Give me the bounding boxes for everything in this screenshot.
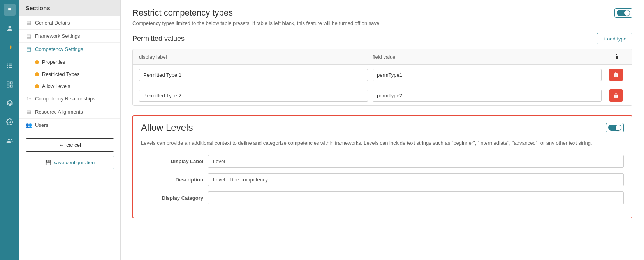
properties-dot: [35, 60, 39, 64]
sidebar-item-framework-settings[interactable]: ▤ Framework Settings: [19, 30, 120, 43]
sidebar-item-competency-relationships[interactable]: ⚇ Competency Relationships: [19, 92, 120, 105]
sidebar-item-label: Users: [35, 122, 48, 128]
save-icon: 💾: [45, 160, 51, 165]
svg-rect-4: [9, 65, 12, 66]
allow-levels-description: Levels can provide an additional context…: [141, 139, 624, 147]
svg-rect-1: [7, 64, 8, 65]
display-category-row: Display Category: [141, 191, 624, 204]
col-display-label: display label: [139, 54, 368, 60]
col-delete: 🗑: [606, 53, 626, 60]
cancel-arrow-icon: ←: [59, 142, 64, 148]
save-label: save configuration: [54, 160, 95, 165]
restricted-types-dot: [35, 72, 39, 76]
sidebar-item-resource-alignments[interactable]: ▤ Resource Alignments: [19, 105, 120, 119]
sidebar-buttons: ← cancel 💾 save configuration: [19, 132, 120, 176]
display-category-field[interactable]: [208, 191, 624, 204]
add-type-button[interactable]: + add type: [597, 33, 632, 44]
table-row: 🗑: [133, 85, 632, 105]
svg-point-14: [11, 139, 12, 140]
delete-all-icon[interactable]: 🗑: [606, 53, 626, 60]
svg-rect-10: [11, 85, 12, 87]
allow-levels-toggle[interactable]: [606, 123, 624, 132]
description-label: Description: [141, 177, 203, 183]
sidebar-item-label: Resource Alignments: [35, 109, 83, 115]
arrow-nav-icon[interactable]: [4, 41, 16, 53]
permitted-values-table: display label field value 🗑 🗑 🗑: [132, 49, 632, 106]
list-nav-icon[interactable]: [4, 60, 16, 72]
competency-settings-icon: ▤: [26, 46, 32, 52]
add-type-label: + add type: [603, 36, 626, 42]
user-nav-icon[interactable]: [4, 23, 16, 34]
table-header-row: display label field value 🗑: [133, 49, 632, 65]
save-configuration-button[interactable]: 💾 save configuration: [26, 156, 114, 169]
allow-levels-title: Allow Levels: [141, 122, 193, 133]
restrict-toggle-knob: [624, 10, 630, 16]
display-label-label: Display Label: [141, 158, 203, 164]
allow-levels-toggle-knob: [616, 125, 621, 130]
sidebar-item-users[interactable]: 👥 Users: [19, 119, 120, 132]
sidebar-sub-item-allow-levels[interactable]: Allow Levels: [29, 80, 120, 92]
framework-settings-icon: ▤: [26, 33, 32, 39]
table-row: 🗑: [133, 65, 632, 85]
permitted-values-title: Permitted values: [132, 35, 185, 43]
settings-nav-icon[interactable]: [4, 116, 16, 128]
svg-rect-5: [7, 67, 8, 68]
allow-levels-body: Levels can provide an additional context…: [133, 139, 632, 218]
allow-levels-section: Allow Levels Levels can provide an addit…: [132, 115, 632, 218]
allow-levels-toggle-inner: [608, 125, 621, 131]
nav-bar: ≡: [0, 0, 19, 260]
field-value-input-1[interactable]: [373, 69, 602, 81]
people-nav-icon[interactable]: [4, 135, 16, 146]
sidebar-header: Sections: [19, 0, 120, 16]
svg-rect-2: [9, 64, 12, 65]
grid-nav-icon[interactable]: [4, 79, 16, 90]
sidebar-sub-item-label: Properties: [42, 59, 65, 65]
display-label-input-2[interactable]: [139, 90, 368, 102]
restrict-toggle-inner: [617, 10, 630, 16]
field-value-input-2[interactable]: [373, 90, 602, 102]
display-label-field[interactable]: [208, 155, 624, 168]
sidebar-item-label: General Details: [35, 20, 70, 26]
general-details-icon: ▤: [26, 20, 32, 26]
sidebar-sub-item-label: Allow Levels: [42, 83, 70, 89]
svg-rect-7: [7, 82, 9, 84]
svg-rect-6: [9, 67, 12, 68]
display-category-label: Display Category: [141, 195, 203, 201]
competency-relationships-icon: ⚇: [26, 96, 32, 102]
sidebar-sub-item-label: Restricted Types: [42, 71, 80, 77]
menu-nav-icon[interactable]: ≡: [4, 4, 16, 16]
sidebar-sub-items: Properties Restricted Types Allow Levels: [19, 56, 120, 92]
delete-row-1-button[interactable]: 🗑: [609, 69, 623, 81]
restrict-types-toggle[interactable]: [614, 8, 632, 18]
description-field[interactable]: [208, 173, 624, 186]
cancel-button[interactable]: ← cancel: [26, 138, 114, 152]
display-label-row: Display Label: [141, 155, 624, 168]
description-row: Description: [141, 173, 624, 186]
svg-rect-3: [7, 65, 8, 66]
svg-point-0: [9, 26, 11, 28]
allow-levels-dot: [35, 84, 39, 88]
sidebar-item-general-details[interactable]: ▤ General Details: [19, 16, 120, 30]
allow-levels-header: Allow Levels: [133, 116, 632, 139]
display-label-input-1[interactable]: [139, 69, 368, 81]
sidebar-item-label: Framework Settings: [35, 33, 80, 39]
resource-alignments-icon: ▤: [26, 109, 32, 115]
permitted-values-header: Permitted values + add type: [132, 33, 632, 44]
delete-row-2-button[interactable]: 🗑: [609, 89, 623, 102]
sidebar-item-label: Competency Relationships: [35, 96, 95, 102]
restrict-subtitle: Competency types limited to the below ta…: [132, 20, 632, 26]
svg-point-13: [8, 139, 10, 141]
svg-rect-8: [11, 82, 12, 84]
svg-point-12: [9, 121, 11, 123]
sidebar-sub-item-properties[interactable]: Properties: [29, 56, 120, 68]
layers-nav-icon[interactable]: [4, 97, 16, 109]
sidebar-item-label: Competency Settings: [35, 46, 83, 52]
cancel-label: cancel: [66, 142, 81, 148]
col-field-value: field value: [373, 54, 602, 60]
svg-rect-9: [7, 85, 9, 87]
main-content: Restrict competency types Competency typ…: [121, 0, 644, 260]
restrict-section-header: Restrict competency types: [132, 8, 632, 18]
sidebar-item-competency-settings[interactable]: ▤ Competency Settings: [19, 43, 120, 56]
restrict-title: Restrict competency types: [132, 8, 233, 18]
sidebar-sub-item-restricted-types[interactable]: Restricted Types: [29, 68, 120, 80]
